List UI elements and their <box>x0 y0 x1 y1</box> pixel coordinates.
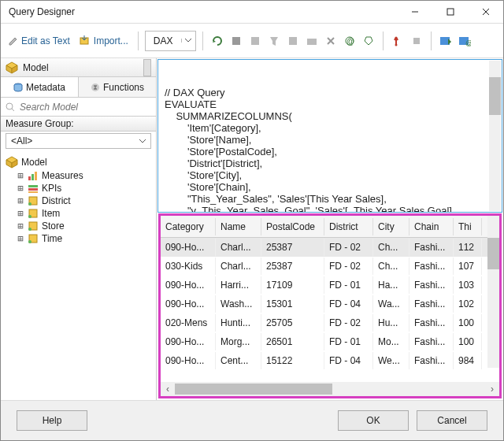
svg-point-29 <box>28 215 32 218</box>
table-row[interactable]: 090-Ho...Charl...25387FD - 02Ch...Fashi.… <box>161 238 499 257</box>
tool-icon-4[interactable] <box>285 33 301 49</box>
grid-header: CategoryNamePostalCodeDistrictCityChainT… <box>161 216 499 238</box>
table-cell: FD - 01 <box>324 276 373 294</box>
content: Model Metadata Functions Measure Group: <box>1 58 503 401</box>
table-cell: FD - 02 <box>324 314 373 332</box>
panel-title: Model <box>23 62 49 73</box>
table-cell: 112 <box>454 239 482 256</box>
tree-item-label: Item <box>42 208 60 219</box>
svg-text:@: @ <box>346 37 354 46</box>
table-row[interactable]: 090-Ho...Cent...15122FD - 04We...Fashi..… <box>161 351 499 370</box>
measure-group-select[interactable]: <All> <box>6 133 151 149</box>
table-cell: 25705 <box>261 314 324 332</box>
column-header[interactable]: PostalCode <box>261 218 324 235</box>
scroll-right-arrow[interactable]: › <box>485 384 499 395</box>
column-header[interactable]: Chain <box>410 218 454 235</box>
at-icon[interactable]: @ <box>342 33 358 49</box>
grid-hscroll-thumb[interactable] <box>175 384 332 395</box>
svg-rect-1 <box>447 9 454 15</box>
svg-point-18 <box>6 103 13 109</box>
table-row[interactable]: 090-Ho...Wash...15301FD - 04Wa...Fashi..… <box>161 295 499 313</box>
grid-vscroll-thumb[interactable] <box>487 238 499 269</box>
table-cell: FD - 02 <box>324 258 373 275</box>
column-header[interactable]: City <box>373 218 410 235</box>
table-row[interactable]: 030-KidsCharl...25387FD - 02Ch...Fashi..… <box>161 257 499 276</box>
table-cell: Charl... <box>216 258 261 275</box>
scroll-left-arrow[interactable]: ‹ <box>161 384 175 395</box>
minimize-button[interactable] <box>397 1 432 23</box>
maximize-button[interactable] <box>432 1 468 23</box>
table-cell: 17109 <box>261 276 324 294</box>
tree-item[interactable]: ⊞Time <box>2 232 154 245</box>
pencil-icon <box>9 36 18 46</box>
tool-icon-3[interactable] <box>266 33 282 49</box>
table-row[interactable]: 020-MensHunti...25705FD - 02Hu...Fashi..… <box>161 313 499 332</box>
tab-functions[interactable]: Functions <box>79 77 156 97</box>
tree-item-label: KPIs <box>42 183 61 194</box>
search-box[interactable] <box>1 98 156 117</box>
run-icon[interactable] <box>390 33 406 49</box>
splitter-grip[interactable] <box>143 59 151 76</box>
expand-icon[interactable]: ⊞ <box>17 170 24 181</box>
svg-rect-5 <box>232 37 240 45</box>
tree-item-label: Store <box>42 220 65 232</box>
search-input[interactable] <box>18 101 151 113</box>
tree-item[interactable]: ⊞Store <box>2 220 154 232</box>
grid-hscroll[interactable]: ‹ › <box>161 382 499 396</box>
tab-metadata[interactable]: Metadata <box>1 77 79 97</box>
ok-button[interactable]: OK <box>338 410 409 431</box>
import-button[interactable]: Import... <box>76 34 132 48</box>
cube-icon <box>6 61 18 74</box>
close-button[interactable] <box>468 1 503 23</box>
tool-icon-6[interactable] <box>323 33 339 49</box>
svg-point-31 <box>28 228 32 231</box>
expand-icon[interactable]: ⊞ <box>17 220 24 232</box>
tool-icon-1[interactable] <box>228 33 244 49</box>
help-button[interactable]: Help <box>17 410 87 431</box>
tree-item[interactable]: ⊞District <box>2 195 154 207</box>
expand-icon[interactable]: ⊞ <box>17 183 24 194</box>
refresh-icon[interactable] <box>209 33 225 49</box>
import-icon <box>80 35 91 46</box>
search-icon <box>6 102 15 112</box>
language-select[interactable]: DAX <box>145 31 196 51</box>
expand-icon[interactable]: ⊞ <box>17 208 24 219</box>
table-cell: 107 <box>454 258 482 275</box>
tool-icon-7[interactable] <box>409 33 424 49</box>
column-header[interactable]: District <box>324 218 373 235</box>
toolbar: Edit as Text Import... DAX @ @ <box>1 24 503 58</box>
expand-icon[interactable]: ⊞ <box>17 233 24 244</box>
tool-icon-5[interactable] <box>304 33 320 49</box>
tree-item[interactable]: ⊞Item <box>2 207 154 220</box>
svg-rect-7 <box>289 37 297 45</box>
table-cell: Fashi... <box>410 333 454 350</box>
code-scrollbar-thumb[interactable] <box>489 77 501 115</box>
tree-item[interactable]: ⊞KPIs <box>2 182 154 195</box>
column-header[interactable]: Name <box>216 218 261 235</box>
table-cell: 090-Ho... <box>161 333 216 350</box>
edit-as-text-button[interactable]: Edit as Text <box>6 34 73 48</box>
column-header[interactable]: Thi <box>454 218 482 235</box>
cancel-button[interactable]: Cancel <box>417 410 487 431</box>
window: Query Designer Edit as Text Import... DA… <box>0 0 504 441</box>
window-title: Query Designer <box>9 6 75 17</box>
dax-query-editor[interactable]: // DAX QueryEVALUATE SUMMARIZECOLUMNS( '… <box>158 59 502 213</box>
table-cell: Fashi... <box>410 276 454 294</box>
table-cell: Morg... <box>216 333 261 350</box>
at-icon-2[interactable]: @ <box>457 33 472 49</box>
table-cell: 020-Mens <box>161 314 216 332</box>
measure-group-label: Measure Group: <box>1 117 156 132</box>
table-cell: 100 <box>454 333 482 350</box>
table-cell: 090-Ho... <box>161 239 216 256</box>
recycle-icon[interactable] <box>361 33 376 49</box>
column-header[interactable]: Category <box>161 218 216 235</box>
tree-item[interactable]: ⊞Measures <box>2 169 154 182</box>
tool-icon-8[interactable] <box>438 33 454 49</box>
tree-root[interactable]: Model <box>2 155 154 169</box>
tree-item-icon <box>28 195 39 206</box>
tool-icon-2[interactable] <box>247 33 263 49</box>
table-row[interactable]: 090-Ho...Morg...26501FD - 01Mo...Fashi..… <box>161 332 499 351</box>
table-row[interactable]: 090-Ho...Harri...17109FD - 01Ha...Fashi.… <box>161 276 499 295</box>
svg-rect-12 <box>413 38 420 44</box>
expand-icon[interactable]: ⊞ <box>17 195 24 206</box>
